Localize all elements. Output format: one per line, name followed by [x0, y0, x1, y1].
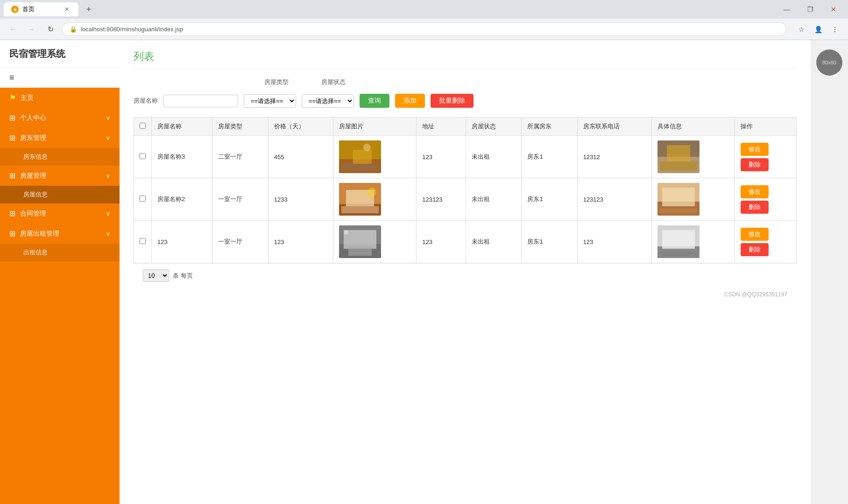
- per-page-label: 条 每页: [173, 272, 193, 280]
- room-image-cell: [333, 136, 417, 178]
- avatar[interactable]: 80x80: [816, 49, 842, 76]
- header-room-status: 房屋状态: [466, 118, 522, 136]
- address-cell: 123: [417, 221, 466, 263]
- svg-rect-4: [341, 164, 379, 171]
- detail-image-2: [657, 183, 700, 216]
- restore-button[interactable]: ❐: [799, 2, 821, 17]
- room-image-1: [339, 140, 381, 173]
- table-row: 123 一室一厅 123: [134, 221, 797, 263]
- bookmark-button[interactable]: ☆: [794, 22, 809, 37]
- room-type-label: 房屋类型: [264, 78, 289, 86]
- status-cell: 未出租: [466, 136, 522, 178]
- svg-rect-17: [660, 209, 697, 213]
- minimize-button[interactable]: —: [776, 2, 798, 17]
- row-checkbox[interactable]: [140, 196, 146, 202]
- header-room-type: 房屋类型: [212, 118, 268, 136]
- detail-image-3: [657, 225, 700, 258]
- delete-button-row3[interactable]: 删除: [741, 243, 769, 256]
- main-content: 列表 房屋类型 房屋状态 房屋名称: [120, 40, 811, 504]
- back-button[interactable]: ←: [6, 22, 21, 37]
- batch-delete-button[interactable]: 批量删除: [431, 94, 473, 108]
- row-checkbox[interactable]: [140, 238, 146, 244]
- reload-button[interactable]: ↻: [43, 22, 58, 37]
- contract-mgmt-arrow: ∨: [106, 210, 110, 217]
- menu-button[interactable]: ⋮: [827, 22, 842, 37]
- phone-cell: 123: [577, 221, 652, 263]
- detail-image-1: [657, 140, 700, 173]
- room-image-2: [339, 183, 381, 216]
- sidebar-sub-landlord-info-label: 房东信息: [23, 153, 48, 160]
- room-name-cell: 房屋名称2: [152, 178, 212, 221]
- room-name-input[interactable]: [163, 95, 238, 107]
- per-page-select[interactable]: 10 20 50 100: [143, 269, 169, 282]
- sidebar-item-contract-mgmt-label: 合同管理: [20, 210, 46, 218]
- search-button[interactable]: 查询: [360, 94, 389, 108]
- room-submenu: 房屋信息: [0, 186, 120, 203]
- edit-button-row2[interactable]: 修改: [741, 185, 769, 198]
- room-type-select[interactable]: ==请选择== 一室一厅 二室一厅 三室一厅: [244, 94, 296, 108]
- filter-section: 房屋类型 房屋状态 房屋名称 ==请选择== 一室一厅 二室一厅: [134, 78, 797, 108]
- svg-rect-2: [353, 150, 372, 164]
- header-detail: 具体信息: [652, 118, 735, 136]
- action-cell: 修改 删除: [735, 136, 797, 178]
- browser-controls: ← → ↻ 🔒 localhost:8080/minshuguanli/inde…: [0, 19, 848, 40]
- svg-rect-16: [662, 188, 695, 206]
- browser-titlebar: ★ 首页 ✕ + — ❐ ✕: [0, 0, 848, 19]
- room-mgmt-arrow: ∨: [106, 173, 110, 179]
- watermark: CSDN @QQ3295391197: [134, 287, 797, 301]
- sidebar-item-landlord-mgmt[interactable]: ⊞ 房东管理 ∨: [0, 128, 120, 148]
- delete-button-row1[interactable]: 删除: [741, 158, 769, 171]
- landlord-submenu: 房东信息: [0, 148, 120, 166]
- forward-button[interactable]: →: [24, 22, 39, 37]
- svg-rect-8: [660, 161, 697, 171]
- action-cell: 修改 删除: [735, 178, 797, 221]
- room-status-select[interactable]: ==请选择== 未出租 已出租: [302, 94, 354, 108]
- sidebar-item-rental-mgmt[interactable]: ⊞ 房屋出租管理 ∨: [0, 224, 120, 244]
- svg-point-3: [363, 144, 371, 151]
- detail-cell: [652, 178, 735, 221]
- add-button[interactable]: 添加: [395, 94, 425, 108]
- edit-button-row3[interactable]: 修改: [741, 228, 769, 241]
- filter-controls: 房屋名称 ==请选择== 一室一厅 二室一厅 三室一厅 ==请选择== 未出租 …: [134, 94, 797, 108]
- header-landlord: 所属房东: [522, 118, 577, 136]
- tab-close-button[interactable]: ✕: [63, 5, 71, 14]
- close-window-button[interactable]: ✕: [823, 2, 844, 17]
- home-icon: ⚑: [9, 93, 16, 102]
- delete-button-row2[interactable]: 删除: [741, 201, 769, 214]
- status-cell: 未出租: [466, 178, 522, 221]
- sidebar-item-landlord-mgmt-label: 房东管理: [20, 134, 46, 142]
- tab-title: 首页: [22, 5, 35, 14]
- sidebar-item-room-mgmt[interactable]: ⊞ 房屋管理 ∨: [0, 166, 120, 186]
- sidebar-item-room-mgmt-label: 房屋管理: [20, 172, 46, 180]
- browser-tab[interactable]: ★ 首页 ✕: [4, 2, 78, 16]
- landlord-cell: 房东1: [522, 136, 577, 178]
- new-tab-button[interactable]: +: [82, 3, 95, 16]
- user-button[interactable]: 👤: [811, 22, 826, 37]
- url-text: localhost:8080/minshuguanli/index.jsp: [81, 26, 183, 33]
- room-image-cell: [333, 221, 417, 263]
- edit-button-row1[interactable]: 修改: [741, 143, 769, 156]
- select-all-checkbox[interactable]: [140, 123, 146, 129]
- svg-rect-25: [662, 230, 695, 249]
- landlord-cell: 房东1: [522, 221, 577, 263]
- menu-toggle[interactable]: ≡: [0, 68, 120, 88]
- page-title: 列表: [134, 49, 797, 69]
- action-cell: 修改 删除: [735, 221, 797, 263]
- sidebar-item-personal[interactable]: ⊞ 个人中心 ∨: [0, 108, 120, 128]
- header-phone: 房东联系电话: [577, 118, 652, 136]
- room-type-cell: 一室一厅: [212, 221, 268, 263]
- content-area: 列表 房屋类型 房屋状态 房屋名称: [120, 40, 811, 504]
- svg-point-22: [344, 230, 348, 235]
- sidebar-sub-landlord-info[interactable]: 房东信息: [0, 148, 120, 166]
- sidebar-item-contract-mgmt[interactable]: ⊞ 合同管理 ∨: [0, 203, 120, 224]
- sidebar-item-home-label: 主页: [21, 94, 34, 102]
- sidebar-sub-rental-info[interactable]: 出租信息: [0, 244, 120, 261]
- tab-icon: ★: [11, 6, 19, 13]
- sidebar-item-home[interactable]: ⚑ 主页: [0, 88, 120, 108]
- lock-icon: 🔒: [70, 26, 77, 33]
- sidebar-sub-room-info[interactable]: 房屋信息: [0, 186, 120, 203]
- sidebar-sub-rental-info-label: 出租信息: [23, 249, 48, 256]
- row-checkbox[interactable]: [140, 153, 146, 159]
- rental-submenu: 出租信息: [0, 244, 120, 261]
- address-bar[interactable]: 🔒 localhost:8080/minshuguanli/index.jsp: [62, 22, 786, 36]
